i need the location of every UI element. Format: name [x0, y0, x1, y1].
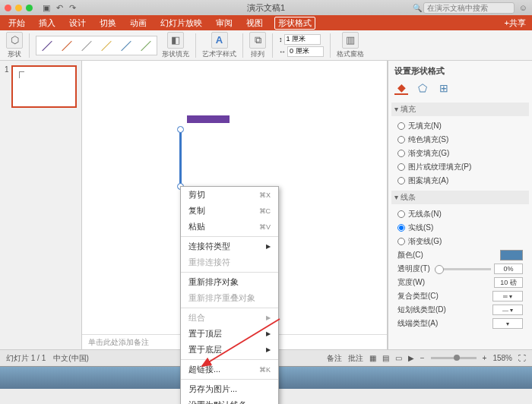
quick-access-toolbar: ▣ ↶ ↷	[43, 3, 76, 13]
zoom-window-icon[interactable]	[26, 5, 33, 11]
line-solid-radio[interactable]: 实线(S)	[394, 221, 526, 235]
ctx-reroute: 重排连接符	[181, 254, 278, 270]
fill-line-tab-icon[interactable]: ◆	[394, 81, 408, 95]
zoom-out-icon[interactable]: −	[420, 354, 425, 362]
transparency-slider[interactable]	[435, 268, 491, 270]
fill-solid-radio[interactable]: 纯色填充(S)	[394, 133, 526, 147]
undo-icon[interactable]: ↶	[56, 3, 63, 13]
share-button[interactable]: +共享	[505, 17, 526, 29]
height-icon: ↕	[279, 36, 283, 43]
search-icon: 🔍	[413, 4, 422, 12]
user-icon[interactable]: ☺	[519, 3, 527, 12]
cap-dropdown[interactable]: ▾	[492, 318, 523, 329]
line-none-radio[interactable]: 无线条(N)	[394, 207, 526, 221]
minimize-window-icon[interactable]	[15, 5, 22, 11]
thumb-number: 1	[5, 65, 9, 108]
dash-label: 短划线类型(D)	[397, 305, 446, 315]
notes-toggle[interactable]: 备注	[327, 353, 342, 364]
line-style-gallery[interactable]	[36, 36, 157, 55]
ctx-cut[interactable]: 剪切⌘X	[181, 187, 278, 203]
close-window-icon[interactable]	[5, 5, 11, 11]
ctx-reorder-overlap: 重新排序重叠对象	[181, 290, 278, 306]
line-color-swatch[interactable]	[500, 250, 523, 260]
tab-design[interactable]: 设计	[67, 17, 88, 30]
dash-dropdown[interactable]: — ▾	[492, 305, 523, 315]
view-normal-icon[interactable]: ▦	[369, 354, 376, 362]
thumb-preview	[11, 65, 77, 108]
shape-fill-label: 形状填充	[162, 49, 189, 59]
slide-thumb-1[interactable]: 1	[5, 65, 77, 108]
view-slideshow-icon[interactable]: ▶	[408, 354, 414, 362]
format-pane-button[interactable]: ▥ 格式窗格	[337, 32, 364, 59]
save-icon[interactable]: ▣	[43, 3, 50, 13]
language-status[interactable]: 中文(中国)	[53, 353, 89, 364]
line-gradient-radio[interactable]: 渐变线(G)	[394, 235, 526, 248]
zoom-in-icon[interactable]: +	[483, 354, 487, 362]
compound-dropdown[interactable]: ═ ▾	[492, 291, 523, 301]
shape-fill-button[interactable]: ◧ 形状填充	[162, 32, 189, 59]
format-pane-title: 设置形状格式	[394, 65, 526, 77]
wordart-button[interactable]: A 艺术字样式	[202, 32, 236, 59]
compound-type-row: 复合类型(C) ═ ▾	[394, 289, 526, 303]
tab-review[interactable]: 审阅	[214, 17, 235, 30]
ctx-copy[interactable]: 复制⌘C	[181, 203, 278, 219]
search-input[interactable]	[423, 2, 515, 14]
shapes-group[interactable]: ⬡ 形状	[6, 32, 23, 59]
tab-transitions[interactable]: 切换	[97, 17, 119, 30]
dash-type-row: 短划线类型(D) — ▾	[394, 303, 526, 317]
context-menu: 剪切⌘X 复制⌘C 粘贴⌘V 连接符类型 重排连接符 重新排序对象 重新排序重叠…	[180, 186, 279, 404]
effects-tab-icon[interactable]: ⬠	[416, 81, 429, 95]
format-pane-icon: ▥	[342, 32, 359, 49]
transparency-value[interactable]: 0%	[494, 264, 523, 274]
view-sorter-icon[interactable]: ▤	[382, 354, 389, 362]
tab-shape-format[interactable]: 形状格式	[274, 17, 315, 30]
fill-pattern-radio[interactable]: 图案填充(A)	[394, 174, 526, 188]
ctx-paste[interactable]: 粘贴⌘V	[181, 219, 278, 235]
ctx-save-as-image[interactable]: 另存为图片...	[181, 381, 278, 397]
format-shape-pane: 设置形状格式 ◆ ⬠ ⊞ ▾ 填充 无填充(N) 纯色填充(S) 渐变填充(G)…	[388, 61, 532, 349]
tab-home[interactable]: 开始	[6, 17, 27, 30]
ctx-hyperlink[interactable]: 超链接...⌘K	[181, 361, 278, 377]
cap-label: 线端类型(A)	[397, 318, 438, 329]
fill-section-header[interactable]: ▾ 填充	[391, 103, 529, 116]
fill-gradient-radio[interactable]: 渐变填充(G)	[394, 147, 526, 160]
zoom-slider[interactable]	[431, 357, 477, 359]
format-pane-tabs: ◆ ⬠ ⊞	[394, 81, 526, 98]
ctx-default-line[interactable]: 设置为默认线条	[181, 397, 278, 404]
zoom-value[interactable]: 158%	[492, 354, 512, 362]
ribbon-tabs: 开始 插入 设计 切换 动画 幻灯片放映 审阅 视图 形状格式 +共享	[0, 15, 532, 30]
ctx-bring-front[interactable]: 置于顶层	[181, 326, 278, 342]
size-tab-icon[interactable]: ⊞	[437, 81, 451, 95]
width-input[interactable]	[287, 46, 324, 57]
ctx-send-back[interactable]: 置于底层	[181, 342, 278, 358]
transparency-row: 透明度(T) 0%	[394, 262, 526, 276]
line-color-label: 颜色(C)	[397, 250, 423, 260]
tab-animations[interactable]: 动画	[128, 17, 149, 30]
fit-window-icon[interactable]: ⛶	[518, 354, 526, 362]
tab-slideshow[interactable]: 幻灯片放映	[158, 17, 204, 30]
ribbon-shape-format: ⬡ 形状 ◧ 形状填充 A 艺术字样式 ⧉ 排列 ↕ ↔ ▥ 格式窗格	[0, 30, 532, 61]
tab-insert[interactable]: 插入	[36, 17, 58, 30]
view-reading-icon[interactable]: ▭	[395, 354, 402, 362]
slide-thumbnails: 1	[0, 61, 82, 349]
selected-line-shape[interactable]	[179, 129, 182, 187]
document-title: 演示文稿1	[247, 2, 285, 14]
line-width-value[interactable]: 10 磅	[494, 277, 523, 288]
search-wrap: 🔍 ☺	[413, 2, 527, 14]
arrange-label: 排列	[251, 49, 264, 59]
ctx-reorder[interactable]: 重新排序对象	[181, 274, 278, 290]
window-controls	[5, 5, 33, 11]
arrange-button[interactable]: ⧉ 排列	[249, 32, 266, 59]
width-icon: ↔	[279, 48, 286, 55]
purple-rectangle-shape[interactable]	[187, 115, 230, 123]
fill-none-radio[interactable]: 无填充(N)	[394, 119, 526, 133]
height-input[interactable]	[284, 34, 321, 45]
line-width-row: 宽度(W) 10 磅	[394, 276, 526, 289]
redo-icon[interactable]: ↷	[69, 3, 76, 13]
tab-view[interactable]: 视图	[244, 17, 265, 30]
ctx-connector-type[interactable]: 连接符类型	[181, 238, 278, 254]
slide-count[interactable]: 幻灯片 1 / 1	[6, 353, 46, 364]
fill-picture-radio[interactable]: 图片或纹理填充(P)	[394, 160, 526, 174]
comments-toggle[interactable]: 批注	[348, 353, 363, 364]
line-section-header[interactable]: ▾ 线条	[391, 191, 529, 204]
